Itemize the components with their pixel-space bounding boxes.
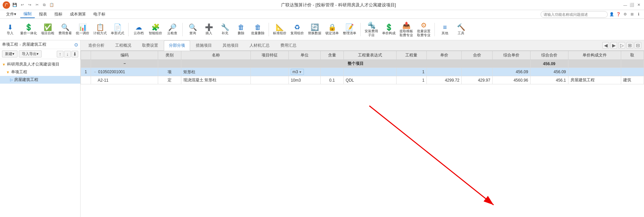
menu-cost[interactable]: 成本测算 <box>66 11 89 18</box>
price-unity-btn[interactable]: 💲 量价一体化 <box>19 20 38 39</box>
tree-download-btn[interactable]: ⬇ <box>72 51 78 57</box>
tax-btn[interactable]: 📋 计税方式 <box>92 20 108 39</box>
expense-check-btn[interactable]: 🔍 费用查看 <box>57 20 73 39</box>
tab-right-btn[interactable]: ▷ <box>618 42 625 49</box>
tab-overview[interactable]: 工程概况 <box>110 40 136 50</box>
single-form-btn[interactable]: 📄 单形式式 <box>109 20 126 39</box>
th-unit[interactable]: 单位 <box>288 51 320 60</box>
tab-fee-summary[interactable]: 费用汇总 <box>275 40 302 50</box>
sub-total[interactable]: 429.97 <box>462 76 493 84</box>
sub-fee-type[interactable]: 建筑 <box>621 76 644 84</box>
paste-btn[interactable]: 📋 <box>49 2 54 8</box>
unified-price-btn[interactable]: 📊 统一调价 <box>75 20 91 39</box>
menu-report[interactable]: 报表 <box>36 11 50 18</box>
new-btn[interactable]: 新建▾ <box>2 50 17 57</box>
sub-unit-price[interactable]: 4299.72 <box>427 76 462 84</box>
single-price-btn[interactable]: 💲 单价构成 <box>381 20 397 39</box>
sub-content[interactable]: 0.1 <box>321 76 343 84</box>
menu-index[interactable]: 指标 <box>51 11 66 18</box>
smart-group-btn[interactable]: 🧩 智能组价 <box>147 20 164 39</box>
tab-fee-setting[interactable]: 取费设置 <box>137 40 163 50</box>
row1-type[interactable]: 项 <box>158 68 181 76</box>
query-btn[interactable]: 🔍 查询 <box>185 20 200 39</box>
row1-unit-price[interactable] <box>427 68 462 76</box>
row1-qty[interactable]: 1 <box>396 68 427 76</box>
breadcrumb-expand[interactable]: ⊙ <box>74 42 78 47</box>
grid-icon[interactable]: ⊞ <box>629 12 635 17</box>
lock-clear-btn[interactable]: 🔒 锁定清单 <box>324 20 340 39</box>
th-quantity[interactable]: 工程量 <box>396 51 427 60</box>
tab-other-items[interactable]: 其他项目 <box>218 40 244 50</box>
replace-data-btn[interactable]: 🔄 替换数据 <box>307 20 323 39</box>
cloud-check-btn[interactable]: 🔎 云检查 <box>165 20 180 39</box>
batch-delete-btn[interactable]: 🗑 批量删除 <box>250 20 266 39</box>
row1-code[interactable]: － 010502001001 <box>91 68 158 76</box>
supplement-btn[interactable]: 🔧 补充 <box>218 20 232 39</box>
organize-clear-btn[interactable]: 📝 整理清单 <box>341 20 358 39</box>
help-icon[interactable]: ❓ <box>616 12 621 17</box>
cloud-archive-btn[interactable]: ☁ 云存档 <box>131 20 146 39</box>
tab-cost-analysis[interactable]: 造价分析 <box>83 40 109 50</box>
th-fee-type[interactable]: 取 <box>621 51 644 60</box>
th-total[interactable]: 合价 <box>462 51 493 60</box>
copy-btn[interactable]: ⧉ <box>42 2 47 8</box>
row1-composite-unit[interactable]: 456.09 <box>493 68 531 76</box>
tab-layout-btn[interactable]: ⊟ <box>635 42 641 49</box>
minimize-btn[interactable]: — <box>623 2 628 8</box>
th-quantity-expr[interactable]: 工程量表达式 <box>343 51 396 60</box>
menu-electronic[interactable]: 电子标 <box>90 11 109 18</box>
row1-fee-type[interactable] <box>621 68 644 76</box>
import-export-btn[interactable]: 导入导出▾ <box>19 50 42 57</box>
quick-save-btn[interactable]: 💾 <box>12 2 17 8</box>
sub-code[interactable]: A2-11 <box>91 76 158 84</box>
cut-btn[interactable]: ✂ <box>34 2 40 8</box>
breadcrumb-item2[interactable]: 房屋建筑工程 <box>22 42 46 47</box>
import-btn[interactable]: ⬇ 导入 <box>3 20 17 39</box>
sub-type[interactable]: 定 <box>158 76 181 84</box>
tree-down-btn[interactable]: ↓ <box>64 51 71 57</box>
th-type[interactable]: 类别 <box>158 51 181 60</box>
tab-labor-material[interactable]: 人材机汇总 <box>244 40 275 50</box>
other-btn[interactable]: ≡ 其他 <box>438 20 452 39</box>
tab-measures[interactable]: 措施项目 <box>191 40 217 50</box>
row1-content[interactable] <box>321 68 343 76</box>
tree-item-project[interactable]: ▼ 科研用房及人才公寓建设项目 <box>0 60 80 68</box>
close-btn[interactable]: ✕ <box>636 2 641 8</box>
tab-prev-btn[interactable]: ◀ <box>602 42 609 49</box>
row1-composite-total[interactable]: 456.09 <box>530 68 568 76</box>
row1-name[interactable]: 矩形柱 <box>181 68 251 76</box>
sub-composite-unit[interactable]: 4560.96 <box>493 76 531 84</box>
row1-file[interactable] <box>568 68 621 76</box>
th-unit-price[interactable]: 单价 <box>427 51 462 60</box>
redo-btn[interactable]: ↪ <box>27 2 32 8</box>
delete-btn[interactable]: 🗑 删除 <box>234 20 248 39</box>
unit-dropdown[interactable]: m3 ▼ <box>291 69 304 75</box>
tree-up-btn[interactable]: ↑ <box>57 51 63 57</box>
row1-total[interactable] <box>462 68 493 76</box>
undo-btn[interactable]: ↩ <box>19 2 25 8</box>
row1-unit[interactable]: m3 ▼ <box>288 68 320 76</box>
install-fee-btn[interactable]: 🔩 安装费用子目 <box>363 20 379 39</box>
sub-file[interactable]: 房屋建筑工程 <box>568 76 621 84</box>
user-icon[interactable]: 👤 <box>609 12 614 17</box>
tools-btn[interactable]: 🔨 工具 <box>454 20 468 39</box>
reuse-group-btn[interactable]: ♻ 复用组价 <box>289 20 305 39</box>
th-composite-total[interactable]: 综合合价 <box>530 51 568 60</box>
tab-sections[interactable]: 分部分项 <box>164 40 190 51</box>
restore-btn[interactable]: ⬜ <box>629 2 635 8</box>
insert-btn[interactable]: ➕ 插入 <box>201 20 216 39</box>
th-content[interactable]: 含量 <box>321 51 343 60</box>
th-code[interactable]: 编码 <box>91 51 158 60</box>
batch-set-btn[interactable]: ⚙ 批量设置取费专业 <box>416 20 432 39</box>
sub-name[interactable]: 现浇混凝土 矩形柱 <box>181 76 251 84</box>
th-unit-compose-file[interactable]: 单价构成文件 <box>568 51 621 60</box>
project-check-btn[interactable]: ✅ 项目自检 <box>40 20 56 39</box>
std-group-btn[interactable]: 📐 标准组价 <box>272 20 288 39</box>
th-name[interactable]: 名称 <box>181 51 251 60</box>
th-composite-unit[interactable]: 综合单价 <box>493 51 531 60</box>
tree-item-single[interactable]: ▼ 单项工程 <box>0 68 80 76</box>
sub-qty-expr[interactable]: QDL <box>343 76 396 84</box>
breadcrumb-item1[interactable]: 单项工程 <box>2 42 18 47</box>
sub-composite-total[interactable]: 456.1 <box>530 76 568 84</box>
tab-next-btn[interactable]: ▶ <box>610 42 617 49</box>
